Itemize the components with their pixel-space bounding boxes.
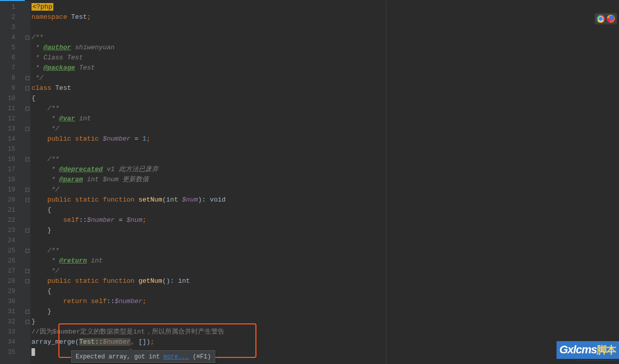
line-number[interactable]: 14 bbox=[0, 134, 24, 144]
inspection-tooltip: Expected array, got int more... (⌘F1) bbox=[71, 350, 215, 363]
line-number[interactable]: 27 bbox=[0, 266, 24, 276]
line-number[interactable]: 10 bbox=[0, 93, 24, 104]
tooltip-shortcut: (⌘F1) bbox=[189, 353, 211, 360]
fold-toggle[interactable]: − bbox=[24, 225, 30, 236]
line-number[interactable]: 6 bbox=[0, 53, 24, 63]
code-line: { bbox=[30, 286, 619, 296]
line-number[interactable]: 1 bbox=[0, 2, 24, 12]
line-number[interactable]: 15 bbox=[0, 144, 24, 154]
editor: 1 2 3 4 5 6 7 8 9 10 11 12 13 14 15 16 1… bbox=[0, 0, 619, 364]
code-line: * @deprecated v1 此方法已废弃 bbox=[30, 164, 619, 175]
code-line: } bbox=[30, 317, 619, 327]
code-line: /** bbox=[30, 246, 619, 256]
code-line: } bbox=[30, 225, 619, 236]
code-line: self::$number = $num; bbox=[30, 215, 619, 225]
line-number[interactable]: 18 bbox=[0, 175, 24, 185]
code-line: public static function getNum(): int bbox=[30, 276, 619, 286]
line-number[interactable]: 5 bbox=[0, 43, 24, 53]
fold-toggle[interactable]: − bbox=[24, 73, 30, 83]
line-number[interactable]: 8 bbox=[0, 73, 24, 83]
line-number[interactable]: 34 bbox=[0, 337, 24, 347]
line-number[interactable]: 9 bbox=[0, 83, 24, 93]
fold-toggle[interactable]: − bbox=[24, 32, 30, 43]
watermark-en: Gxlcms bbox=[560, 343, 597, 356]
code-editor-area[interactable]: <?php namespace Test; /** * @author shiw… bbox=[30, 0, 619, 364]
code-line: /** bbox=[30, 32, 619, 43]
line-number[interactable]: 24 bbox=[0, 236, 24, 246]
code-line: public static function setNum(int $num):… bbox=[30, 195, 619, 205]
fold-toggle[interactable]: − bbox=[24, 266, 30, 276]
line-number-gutter[interactable]: 1 2 3 4 5 6 7 8 9 10 11 12 13 14 15 16 1… bbox=[0, 0, 24, 364]
scroll-position-indicator bbox=[0, 0, 619, 1]
line-number[interactable]: 7 bbox=[0, 63, 24, 73]
line-number[interactable]: 35 bbox=[0, 347, 24, 357]
fold-toggle[interactable]: − bbox=[24, 246, 30, 256]
watermark: Gxlcms脚本 bbox=[557, 341, 620, 359]
code-line: array_merge(Test::$number, []); bbox=[30, 337, 619, 347]
line-number[interactable]: 11 bbox=[0, 104, 24, 114]
tooltip-text: Expected array, got int bbox=[76, 353, 164, 360]
code-line: */ bbox=[30, 185, 619, 195]
line-number[interactable]: 16 bbox=[0, 154, 24, 164]
code-line: * Class Test bbox=[30, 53, 619, 63]
line-number[interactable]: 22 bbox=[0, 215, 24, 225]
line-number[interactable]: 19 bbox=[0, 185, 24, 195]
line-number[interactable]: 2 bbox=[0, 12, 24, 22]
line-number[interactable]: 32 bbox=[0, 317, 24, 327]
line-number[interactable]: 12 bbox=[0, 114, 24, 124]
line-number[interactable]: 25 bbox=[0, 246, 24, 256]
fold-toggle[interactable]: − bbox=[24, 83, 30, 93]
code-line: */ bbox=[30, 124, 619, 134]
line-number[interactable]: 26 bbox=[0, 256, 24, 266]
fold-toggle[interactable]: − bbox=[24, 104, 30, 114]
fold-toggle[interactable]: − bbox=[24, 185, 30, 195]
code-line: /** bbox=[30, 104, 619, 114]
code-line: */ bbox=[30, 266, 619, 276]
code-line: return self::$number; bbox=[30, 296, 619, 307]
fold-column: − − − − − − − − − − − − − − bbox=[24, 0, 30, 364]
code-line bbox=[30, 236, 619, 246]
code-line: } bbox=[30, 307, 619, 317]
code-line: * @param int $num 更新数值 bbox=[30, 175, 619, 185]
code-line: /** bbox=[30, 154, 619, 164]
watermark-cn: 脚本 bbox=[597, 344, 616, 355]
code-line bbox=[30, 144, 619, 154]
line-number[interactable]: 21 bbox=[0, 205, 24, 215]
fold-toggle[interactable]: − bbox=[24, 307, 30, 317]
code-line: * @var int bbox=[30, 114, 619, 124]
open-in-browser-panel bbox=[595, 13, 617, 24]
line-number[interactable]: 28 bbox=[0, 276, 24, 286]
line-number[interactable]: 31 bbox=[0, 307, 24, 317]
line-number[interactable]: 20 bbox=[0, 195, 24, 205]
fold-toggle[interactable]: − bbox=[24, 317, 30, 327]
code-line: class Test bbox=[30, 83, 619, 93]
code-line: */ bbox=[30, 73, 619, 83]
fold-toggle[interactable]: − bbox=[24, 276, 30, 286]
chrome-icon[interactable] bbox=[597, 15, 605, 23]
cursor bbox=[31, 348, 35, 356]
line-number[interactable]: 33 bbox=[0, 327, 24, 337]
line-number[interactable]: 3 bbox=[0, 22, 24, 32]
code-line: <?php bbox=[30, 2, 619, 12]
firefox-icon[interactable] bbox=[607, 15, 615, 23]
code-line: //因为$number定义的数据类型是int，所以所属合并时产生警告 bbox=[30, 327, 619, 337]
line-number[interactable]: 17 bbox=[0, 164, 24, 175]
line-number[interactable]: 13 bbox=[0, 124, 24, 134]
code-line: public static $number = 1; bbox=[30, 134, 619, 144]
line-number[interactable]: 29 bbox=[0, 286, 24, 296]
tooltip-more-link[interactable]: more... bbox=[164, 353, 189, 360]
code-line bbox=[30, 22, 619, 32]
fold-toggle[interactable]: − bbox=[24, 124, 30, 134]
line-number[interactable]: 23 bbox=[0, 225, 24, 236]
code-line: * @package Test bbox=[30, 63, 619, 73]
code-line: * @author shiwenyuan bbox=[30, 43, 619, 53]
line-number[interactable]: 30 bbox=[0, 296, 24, 307]
code-line: namespace Test; bbox=[30, 12, 619, 22]
fold-toggle[interactable]: − bbox=[24, 154, 30, 164]
line-number[interactable]: 4 bbox=[0, 32, 24, 43]
code-line: { bbox=[30, 205, 619, 215]
fold-toggle[interactable]: − bbox=[24, 195, 30, 205]
code-line: * @return int bbox=[30, 256, 619, 266]
code-line: { bbox=[30, 93, 619, 104]
